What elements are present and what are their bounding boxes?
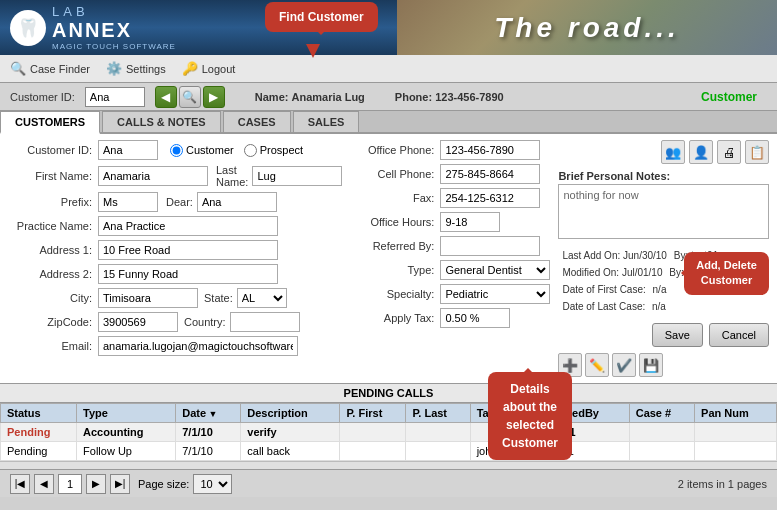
dear-input[interactable] — [197, 192, 277, 212]
row1-type: Accounting — [77, 423, 176, 442]
col-pannum[interactable]: Pan Num — [695, 404, 777, 423]
tab-sales[interactable]: SALES — [293, 111, 360, 132]
cell-phone-input[interactable] — [440, 164, 540, 184]
last-case-info: Date of Last Case: n/a — [562, 298, 765, 315]
table-row: Pending Accounting 7/1/10 verify test01 — [1, 423, 777, 442]
type-select[interactable]: General Dentist — [440, 260, 550, 280]
office-phone-label: Office Phone: — [350, 144, 440, 156]
last-page-btn[interactable]: ▶| — [110, 474, 130, 494]
customer-id-input[interactable] — [85, 87, 145, 107]
details-arrow-up — [523, 363, 533, 373]
next-arrow-btn[interactable]: ▶ — [203, 86, 225, 108]
email-row: Email: — [8, 336, 342, 356]
tab-cases[interactable]: CASES — [223, 111, 291, 132]
next-page-btn[interactable]: ▶ — [86, 474, 106, 494]
page-size-selector: Page size: 10 20 50 — [138, 474, 232, 494]
customer-type-radio: Customer Prospect — [170, 144, 303, 157]
last-name-input[interactable] — [252, 166, 342, 186]
referred-by-input[interactable] — [440, 236, 540, 256]
fax-row: Fax: — [350, 188, 550, 208]
logo-icon: 🦷 — [10, 10, 46, 46]
banner-text: The road... — [494, 12, 680, 44]
tab-calls-notes[interactable]: CALLS & NOTES — [102, 111, 221, 132]
edit-icon-btn[interactable]: ✏️ — [585, 353, 609, 377]
row1-status: Pending — [1, 423, 77, 442]
first-page-btn[interactable]: |◀ — [10, 474, 30, 494]
save2-icon-btn[interactable]: 💾 — [639, 353, 663, 377]
radio-customer-label[interactable]: Customer — [170, 144, 234, 157]
col-pfirst[interactable]: P. First — [340, 404, 406, 423]
nav-case-finder[interactable]: 🔍 Case Finder — [10, 61, 90, 76]
address1-label: Address 1: — [8, 244, 98, 256]
add-delete-callout: Add, Delete Customer — [684, 252, 769, 295]
address2-input[interactable] — [98, 264, 278, 284]
col-description[interactable]: Description — [241, 404, 340, 423]
radio-prospect[interactable] — [244, 144, 257, 157]
state-label: State: — [204, 292, 233, 304]
person-icon-btn[interactable]: 👤 — [689, 140, 713, 164]
zip-country-row: ZipCode: Country: — [8, 312, 342, 332]
fax-input[interactable] — [440, 188, 540, 208]
page-info: 2 items in 1 pages — [678, 478, 767, 490]
customer-phone-display: Phone: 123-456-7890 — [395, 91, 504, 103]
first-name-input[interactable] — [98, 166, 208, 186]
tab-customers[interactable]: CUSTOMERS — [0, 111, 100, 134]
logo-area: 🦷 LAB ANNEX MAGIC TOUCH SOFTWARE — [10, 4, 176, 51]
first-name-label: First Name: — [8, 170, 98, 182]
city-input[interactable] — [98, 288, 198, 308]
practice-label: Practice Name: — [8, 220, 98, 232]
logout-icon: 🔑 — [182, 61, 198, 76]
customer-bar: Customer ID: ◀ 🔍 ▶ Name: Anamaria Lug Ph… — [0, 83, 777, 111]
radio-prospect-label[interactable]: Prospect — [244, 144, 303, 157]
customer-type-badge: Customer — [701, 90, 757, 104]
users-icon-btn[interactable]: 👥 — [661, 140, 685, 164]
apply-tax-input[interactable] — [440, 308, 510, 328]
name-label: Name: — [255, 91, 289, 103]
practice-input[interactable] — [98, 216, 278, 236]
find-customer-arrow — [306, 44, 320, 62]
col-status[interactable]: Status — [1, 404, 77, 423]
cancel-button[interactable]: Cancel — [709, 323, 769, 347]
email-input[interactable] — [98, 336, 298, 356]
horizontal-scrollbar[interactable] — [0, 461, 777, 469]
list-icon-btn[interactable]: 📋 — [745, 140, 769, 164]
nav-logout[interactable]: 🔑 Logout — [182, 61, 236, 76]
address1-input[interactable] — [98, 240, 278, 260]
prev-arrow-btn[interactable]: ◀ — [155, 86, 177, 108]
col-type[interactable]: Type — [77, 404, 176, 423]
row2-status: Pending — [1, 442, 77, 461]
office-hours-row: Office Hours: — [350, 212, 550, 232]
page-size-select[interactable]: 10 20 50 — [193, 474, 232, 494]
row1-pan — [695, 423, 777, 442]
cid-input[interactable] — [98, 140, 158, 160]
check-icon-btn[interactable]: ✔️ — [612, 353, 636, 377]
row2-type: Follow Up — [77, 442, 176, 461]
zip-input[interactable] — [98, 312, 178, 332]
office-hours-input[interactable] — [440, 212, 500, 232]
col-casenum[interactable]: Case # — [629, 404, 694, 423]
nav-settings[interactable]: ⚙️ Settings — [106, 61, 166, 76]
specialty-row: Specialty: Pediatric — [350, 284, 550, 304]
table-header-row: Status Type Date Description P. First P.… — [1, 404, 777, 423]
country-input[interactable] — [230, 312, 300, 332]
office-phone-input[interactable] — [440, 140, 540, 160]
col-plast[interactable]: P. Last — [406, 404, 470, 423]
prefix-input[interactable] — [98, 192, 158, 212]
radio-customer[interactable] — [170, 144, 183, 157]
col-date[interactable]: Date — [176, 404, 241, 423]
settings-icon: ⚙️ — [106, 61, 122, 76]
office-phone-row: Office Phone: — [350, 140, 550, 160]
office-hours-label: Office Hours: — [350, 216, 440, 228]
referred-by-row: Referred By: — [350, 236, 550, 256]
specialty-select[interactable]: Pediatric — [440, 284, 550, 304]
apply-tax-label: Apply Tax: — [350, 312, 440, 324]
footer: |◀ ◀ 1 ▶ ▶| Page size: 10 20 50 2 items … — [0, 469, 777, 497]
current-page: 1 — [58, 474, 82, 494]
save-button[interactable]: Save — [652, 323, 703, 347]
prev-page-btn[interactable]: ◀ — [34, 474, 54, 494]
print-icon-btn[interactable]: 🖨 — [717, 140, 741, 164]
customer-form: Customer ID: Customer Prospect First Nam… — [0, 134, 777, 383]
search-btn[interactable]: 🔍 — [179, 86, 201, 108]
notes-box: nothing for now — [558, 184, 769, 239]
state-select[interactable]: AL — [237, 288, 287, 308]
